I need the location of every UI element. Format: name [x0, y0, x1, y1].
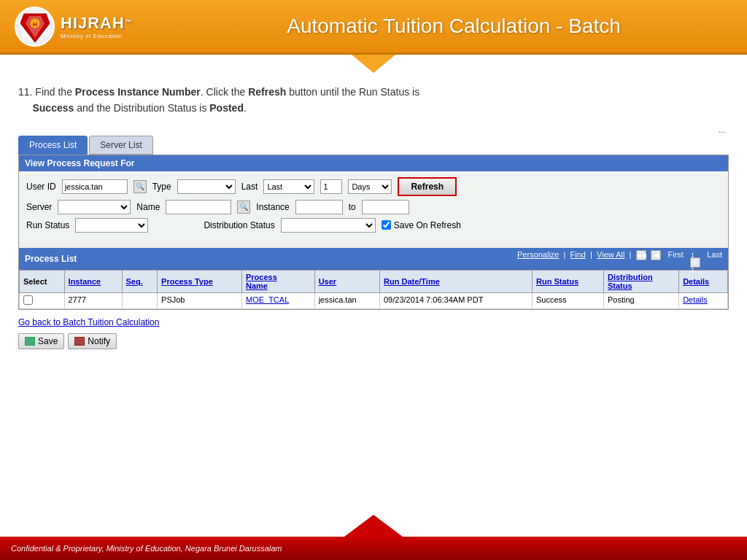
process-name-link[interactable]: MOE_TCAL	[246, 295, 289, 304]
instruction-text-end: .	[244, 102, 247, 114]
header: H HIJRAH™ Ministry of Education Automati…	[0, 0, 747, 55]
row-seq	[122, 292, 158, 308]
save-on-refresh-label[interactable]: Save On Refresh	[382, 220, 461, 230]
to-label: to	[349, 202, 356, 212]
notify-button[interactable]: Notify	[68, 333, 117, 349]
last-label: Last	[241, 182, 258, 192]
process-table: Select Instance Seq. Process Type Proces…	[19, 270, 728, 309]
instruction-text-before: Find the	[35, 86, 74, 98]
form-row-2: Server Name 🔍 Instance to	[26, 200, 721, 214]
logo-tm: ™	[125, 18, 133, 26]
page-title: Automatic Tuition Calculation - Batch	[175, 15, 732, 38]
col-seq[interactable]: Seq.	[122, 270, 158, 292]
notify-icon	[74, 337, 85, 346]
save-icon	[25, 337, 35, 346]
type-label: Type	[152, 182, 171, 192]
page-number-box: 1 of 1	[690, 257, 700, 268]
instance-to-input[interactable]	[362, 200, 409, 214]
col-run-datetime[interactable]: Run Date/Time	[380, 270, 533, 292]
nav-prev-icon[interactable]: ◀	[651, 250, 661, 260]
name-label: Name	[136, 202, 160, 212]
first-label: First	[667, 250, 683, 259]
type-select[interactable]	[177, 179, 236, 194]
instruction-text-after: button until the Run Status is	[286, 86, 419, 98]
instruction-bold3: Success	[32, 102, 74, 114]
row-instance: 2777	[64, 292, 122, 308]
nav-first-icon[interactable]: ◀◀	[636, 250, 646, 260]
bottom-area: Go back to Batch Tuition Calculation Sav…	[18, 317, 729, 349]
server-select[interactable]	[58, 200, 131, 214]
process-list-subheader: Process List Personalize | Find | View A…	[19, 248, 728, 270]
process-list-title: Process List	[25, 254, 77, 264]
userid-search-icon[interactable]: 🔍	[133, 180, 147, 193]
userid-input[interactable]	[62, 179, 128, 194]
save-button[interactable]: Save	[18, 333, 64, 349]
row-details: Details	[679, 292, 728, 308]
row-select	[20, 292, 65, 308]
refresh-button[interactable]: Refresh	[398, 177, 457, 196]
col-run-status[interactable]: Run Status	[533, 270, 604, 292]
main-content: 11. Find the Process Instance Number. Cl…	[0, 73, 747, 357]
instruction-text-middle: . Click the	[201, 86, 248, 98]
userid-label: User ID	[26, 182, 56, 192]
col-instance[interactable]: Instance	[64, 270, 122, 292]
bubble-pointer	[352, 55, 395, 73]
form-row-1: User ID 🔍 Type Last Last Days Refresh	[26, 177, 721, 196]
tab-process-list[interactable]: Process List	[18, 136, 88, 155]
col-user[interactable]: User	[314, 270, 379, 292]
distribution-status-label: Distribution Status	[204, 220, 274, 230]
tabs-row: Process List Server List	[18, 136, 729, 155]
name-search-icon[interactable]: 🔍	[237, 201, 250, 214]
process-list-nav: Personalize | Find | View All | ◀◀ ◀ Fir…	[517, 250, 722, 268]
svg-text:H: H	[33, 21, 37, 28]
bubble-pointer-wrap	[0, 55, 747, 73]
instruction-bold4: Posted	[209, 102, 244, 114]
nav-arrows: ◀◀ ◀	[636, 250, 662, 260]
run-status-label: Run Status	[26, 220, 69, 230]
find-link[interactable]: Find	[570, 250, 586, 259]
last-value-input[interactable]	[320, 179, 342, 194]
details-link[interactable]: Details	[683, 295, 708, 304]
save-label: Save	[38, 336, 58, 346]
logo-text-area: HIJRAH™ Ministry of Education	[61, 14, 133, 39]
col-process-name[interactable]: ProcessName	[241, 270, 314, 292]
col-process-type[interactable]: Process Type	[158, 270, 242, 292]
col-select[interactable]: Select	[20, 270, 65, 292]
last-select[interactable]: Last	[263, 179, 314, 194]
logo-name: HIJRAH	[61, 14, 125, 32]
last-nav-label: Last	[707, 250, 722, 259]
instruction-bold2: Refresh	[248, 86, 286, 98]
row-distribution-status: Posting	[603, 292, 678, 308]
page-dots: ...	[18, 125, 729, 134]
distribution-status-select[interactable]	[281, 218, 376, 233]
table-row: 2777 PSJob MOE_TCAL jessica.tan 09/23/20…	[20, 292, 728, 308]
process-box-body: User ID 🔍 Type Last Last Days Refresh Se…	[19, 171, 728, 242]
form-row-3: Run Status Distribution Status Save On R…	[26, 218, 721, 233]
footer-text: Confidential & Proprietary, Ministry of …	[11, 544, 282, 553]
instance-input[interactable]	[295, 200, 343, 214]
instruction-text: 11. Find the Process Instance Number. Cl…	[18, 84, 729, 117]
row-user: jessica.tan	[314, 292, 379, 308]
row-process-name: MOE_TCAL	[241, 292, 314, 308]
process-box: View Process Request For User ID 🔍 Type …	[18, 155, 729, 310]
col-distribution-status[interactable]: DistributionStatus	[603, 270, 678, 292]
server-label: Server	[26, 202, 52, 212]
row-checkbox[interactable]	[23, 295, 33, 305]
view-all-link[interactable]: View All	[597, 250, 624, 259]
logo-circle: H	[15, 7, 55, 47]
bottom-decoration: Confidential & Proprietary, Ministry of …	[0, 516, 747, 560]
personalize-link[interactable]: Personalize	[517, 250, 559, 259]
instruction-number: 11.	[18, 86, 32, 98]
row-process-type: PSJob	[158, 292, 242, 308]
days-select[interactable]: Days	[348, 179, 392, 194]
bottom-bump	[344, 515, 403, 537]
run-status-select[interactable]	[75, 218, 148, 233]
back-link[interactable]: Go back to Batch Tuition Calculation	[18, 317, 729, 327]
name-input[interactable]	[166, 200, 231, 214]
col-details[interactable]: Details	[679, 270, 728, 292]
footer-bar: Confidential & Proprietary, Ministry of …	[0, 537, 747, 560]
logo-subtitle: Ministry of Education	[61, 33, 133, 39]
notify-label: Notify	[88, 336, 110, 346]
tab-server-list[interactable]: Server List	[89, 136, 152, 155]
save-on-refresh-checkbox[interactable]	[382, 220, 391, 230]
